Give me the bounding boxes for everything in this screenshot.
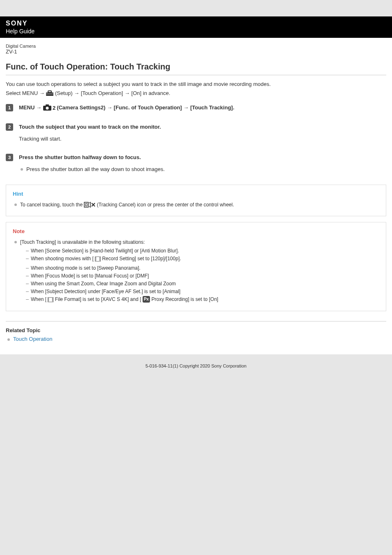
note-label: Note (13, 228, 379, 234)
related-item: Touch Operation (7, 336, 386, 342)
note-item-pre: When shooting movies with [ (31, 256, 95, 261)
step-3-bullet: Press the shutter button all the way dow… (21, 165, 386, 174)
svg-rect-4 (46, 104, 49, 106)
intro-post: (Setup) → [Touch Operation] → [On] in ad… (55, 90, 170, 96)
step-1-title: MENU → 2 (Camera Settings2) → [Func. of … (19, 104, 386, 113)
note-item: When shooting mode is set to [Sweep Pano… (26, 264, 379, 272)
model-name: ZV-1 (6, 49, 386, 55)
svg-rect-19 (48, 301, 49, 301)
hint-list: To cancel tracking, touch the (Tracking … (13, 201, 379, 210)
step-number-badge: 1 (6, 104, 13, 111)
svg-rect-15 (99, 260, 100, 261)
movie-icon (95, 256, 101, 264)
step-2: 2 Touch the subject that you want to tra… (6, 123, 386, 143)
svg-rect-21 (52, 299, 53, 300)
svg-rect-12 (96, 260, 97, 261)
related-list: Touch Operation (6, 336, 386, 342)
svg-text:2: 2 (53, 105, 55, 111)
hint-post: (Tracking Cancel) icon or press the cent… (97, 202, 234, 208)
note-item: When [ File Format] is set to [XAVC S 4K… (26, 296, 379, 305)
step-3-bullets: Press the shutter button all the way dow… (19, 165, 386, 174)
svg-rect-17 (48, 298, 49, 299)
intro-line-2: Select MENU → (Setup) → [Touch Operation… (6, 89, 386, 99)
step-number-badge: 3 (6, 154, 13, 161)
svg-rect-7 (84, 202, 88, 207)
intro-pre: Select MENU → (6, 90, 46, 96)
svg-rect-11 (96, 259, 97, 259)
note-item: When shooting movies with [ Record Setti… (26, 255, 379, 264)
camera-settings-2-icon: 2 (43, 104, 55, 113)
step-3: 3 Press the shutter button halfway down … (6, 154, 386, 174)
note-sub-list: When [Scene Selection] is [Hand-held Twi… (20, 247, 379, 305)
svg-rect-1 (48, 91, 51, 92)
svg-rect-10 (96, 257, 97, 258)
guide-label: Help Guide (6, 28, 386, 35)
note-item-post: Proxy Recording] is set to [On] (151, 296, 218, 302)
note-item: When using the Smart Zoom, Clear Image Z… (26, 280, 379, 288)
steps-list: 1 MENU → 2 (Camera Settings2) → [Func. o… (6, 104, 386, 174)
step-1: 1 MENU → 2 (Camera Settings2) → [Func. o… (6, 104, 386, 113)
hint-box: Hint To cancel tracking, touch the (Trac… (6, 185, 386, 216)
title-rule (6, 75, 386, 75)
intro-line-1: You can use touch operations to select a… (6, 80, 386, 88)
step-2-title: Touch the subject that you want to track… (19, 123, 386, 131)
svg-rect-13 (99, 257, 100, 258)
svg-rect-22 (52, 301, 53, 301)
svg-rect-14 (99, 259, 100, 259)
note-lead: [Touch Tracking] is unavailable in the f… (14, 238, 379, 305)
note-item: When [Scene Selection] is [Hand-held Twi… (26, 247, 379, 255)
note-item-mid: Record Setting] set to [120p]/[100p]. (102, 256, 181, 261)
toolbox-icon (46, 90, 53, 99)
separator (6, 321, 386, 321)
movie-icon (48, 297, 53, 305)
header-bar: SONY Help Guide (0, 16, 392, 38)
note-item: When [Subject Detection] under [Face/Eye… (26, 288, 379, 296)
note-item: When [Focus Mode] is set to [Manual Focu… (26, 272, 379, 280)
note-box: Note [Touch Tracking] is unavailable in … (6, 222, 386, 311)
svg-point-5 (46, 107, 48, 110)
step-number-badge: 2 (6, 123, 13, 131)
svg-rect-18 (48, 299, 49, 300)
note-list: [Touch Tracking] is unavailable in the f… (13, 238, 379, 305)
note-item-mid: File Format] is set to [XAVC S 4K] and [ (55, 296, 143, 302)
svg-rect-20 (52, 298, 53, 299)
step-3-title: Press the shutter button halfway down to… (19, 154, 386, 161)
content-area: Digital Camera ZV-1 Func. of Touch Opera… (0, 38, 392, 354)
product-line: Digital Camera (6, 44, 386, 49)
step-2-body: Tracking will start. (19, 135, 386, 143)
tracking-cancel-icon (84, 202, 95, 210)
hint-item: To cancel tracking, touch the (Tracking … (14, 201, 379, 210)
brand-logo: SONY (6, 20, 386, 27)
svg-rect-2 (46, 94, 53, 94)
svg-rect-8 (85, 204, 87, 206)
note-item-pre: When [ (31, 296, 48, 302)
related-topic-label: Related Topic (6, 327, 386, 333)
intro-text: You can use touch operations to select a… (6, 80, 386, 98)
hint-label: Hint (13, 191, 379, 197)
px-icon: Px (143, 296, 150, 303)
hint-pre: To cancel tracking, touch the (20, 202, 84, 208)
page-outer: SONY Help Guide Digital Camera ZV-1 Func… (0, 0, 392, 385)
page-container: SONY Help Guide Digital Camera ZV-1 Func… (0, 16, 392, 354)
related-link-touch-operation[interactable]: Touch Operation (13, 336, 52, 342)
note-lead-text: [Touch Tracking] is unavailable in the f… (20, 239, 145, 245)
page-title: Func. of Touch Operation: Touch Tracking (6, 62, 386, 72)
footer-copyright: 5-016-934-11(1) Copyright 2020 Sony Corp… (0, 354, 392, 385)
step-1-post: (Camera Settings2) → [Func. of Touch Ope… (57, 104, 234, 111)
step-1-pre: MENU → (19, 104, 43, 111)
